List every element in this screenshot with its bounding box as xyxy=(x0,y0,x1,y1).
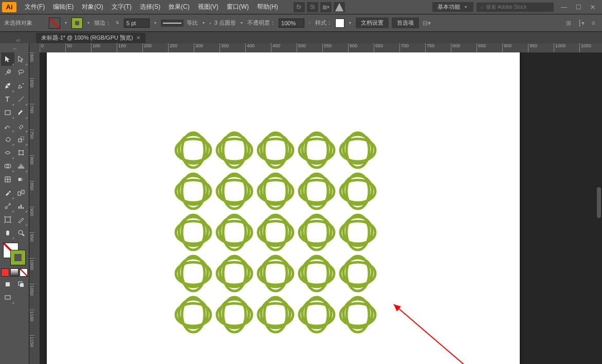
control-bar: 未选择对象 ▾ ▾ 描边： ⇅ ▾ 等比▾ • 3 点圆形▾ 不透明度： › 样… xyxy=(0,14,602,32)
preferences-button[interactable]: 首选项 xyxy=(392,17,419,28)
document-tab[interactable]: 未标题-1* @ 100% (RGB/GPU 预览) ✕ xyxy=(36,32,145,43)
bridge-icon[interactable]: Br xyxy=(294,2,305,12)
direct-selection-tool[interactable] xyxy=(14,52,28,66)
chevron-down-icon[interactable]: ▾ xyxy=(239,21,244,25)
symbol-sprayer-tool[interactable] xyxy=(1,199,14,213)
brush-label[interactable]: 3 点圆形 xyxy=(214,19,236,27)
chevron-right-icon[interactable]: › xyxy=(307,21,312,25)
rectangle-tool[interactable] xyxy=(1,106,14,119)
selection-tool[interactable] xyxy=(1,52,14,66)
chevron-down-icon[interactable]: ▾ xyxy=(63,21,68,25)
close-icon[interactable]: ✕ xyxy=(136,35,140,41)
shape-builder-tool[interactable] xyxy=(1,159,14,173)
stroke-indicator[interactable] xyxy=(10,250,26,265)
style-swatch[interactable] xyxy=(335,19,344,28)
menu-edit[interactable]: 编辑(E) xyxy=(49,3,78,11)
arrange-icon[interactable]: ▦▾ xyxy=(320,2,332,12)
menu-window[interactable]: 窗口(W) xyxy=(223,3,253,11)
type-tool[interactable]: T xyxy=(1,93,14,106)
eyedropper-tool[interactable] xyxy=(1,186,14,199)
menu-file[interactable]: 文件(F) xyxy=(21,3,49,11)
lasso-tool[interactable] xyxy=(14,66,28,79)
document-area: 0501001502002503003504004505005506006507… xyxy=(29,43,602,364)
document-setup-button[interactable]: 文档设置 xyxy=(356,17,389,28)
window-maximize-button[interactable]: ☐ xyxy=(571,2,586,12)
rotate-tool[interactable] xyxy=(1,133,14,146)
window-minimize-button[interactable]: — xyxy=(557,2,571,12)
fill-swatch[interactable] xyxy=(49,17,60,29)
chevron-down-icon[interactable]: ▾ xyxy=(348,21,353,25)
window-close-button[interactable]: ✕ xyxy=(586,2,600,12)
chevron-down-icon[interactable]: ▾ xyxy=(153,21,158,25)
gradient-tool[interactable] xyxy=(14,173,28,186)
width-tool[interactable] xyxy=(1,146,14,159)
stroke-weight-input[interactable] xyxy=(124,19,150,28)
chevron-down-icon[interactable]: ▾ xyxy=(201,21,206,25)
scale-tool[interactable] xyxy=(14,133,28,146)
curvature-tool[interactable] xyxy=(14,79,28,93)
color-mode-solid[interactable] xyxy=(1,268,9,277)
shaper-tool[interactable] xyxy=(1,119,14,133)
svg-rect-8 xyxy=(19,151,23,155)
isolate-icon[interactable]: ┇▾ xyxy=(576,19,586,28)
ruler-origin[interactable] xyxy=(29,43,40,52)
opacity-input[interactable] xyxy=(279,19,304,28)
blend-tool[interactable] xyxy=(14,186,28,199)
stock-icon[interactable]: St xyxy=(307,2,318,12)
canvas[interactable] xyxy=(40,52,602,364)
perspective-grid-tool[interactable] xyxy=(14,159,28,173)
zoom-tool[interactable] xyxy=(14,226,28,240)
stroke-label: 描边： xyxy=(94,19,111,27)
menu-bar: Ai 文件(F) 编辑(E) 对象(O) 文字(T) 选择(S) 效果(C) 视… xyxy=(0,0,602,14)
tab-nav-arrows[interactable]: ≪ xyxy=(0,38,36,43)
screen-mode[interactable] xyxy=(1,291,14,304)
draw-mode-behind[interactable] xyxy=(14,278,28,291)
artboard[interactable] xyxy=(47,52,520,364)
align-icon[interactable]: ⊟▾ xyxy=(422,19,431,28)
color-mode-gradient[interactable] xyxy=(10,268,19,277)
svg-point-1 xyxy=(23,83,24,84)
paintbrush-tool[interactable] xyxy=(14,106,28,119)
chevron-down-icon[interactable]: ▾ xyxy=(86,21,91,25)
menu-help[interactable]: 帮助(H) xyxy=(253,3,282,11)
svg-line-3 xyxy=(19,97,24,102)
chevron-down-icon: ▾ xyxy=(463,5,468,9)
hand-tool[interactable] xyxy=(1,226,14,240)
line-tool[interactable] xyxy=(14,93,28,106)
stroke-profile-preview[interactable] xyxy=(161,20,184,27)
menu-effect[interactable]: 效果(C) xyxy=(165,3,194,11)
pen-tool[interactable] xyxy=(1,79,14,93)
free-transform-tool[interactable] xyxy=(14,146,28,159)
fill-stroke-indicator[interactable] xyxy=(3,243,26,265)
artboard-tool[interactable] xyxy=(1,213,14,226)
horizontal-ruler[interactable]: 0501001502002503003504004505005506006507… xyxy=(40,43,602,52)
slice-tool[interactable] xyxy=(14,213,28,226)
panel-menu-icon[interactable]: ≡ xyxy=(589,19,598,28)
document-tab-title: 未标题-1* @ 100% (RGB/GPU 预览) xyxy=(41,34,133,42)
workspace-dropdown[interactable]: 基本功能▾ xyxy=(432,2,473,12)
menu-view[interactable]: 视图(V) xyxy=(194,3,223,11)
selection-status: 未选择对象 xyxy=(4,19,32,27)
mesh-tool[interactable] xyxy=(1,173,14,186)
toolbox: ≪ T xyxy=(0,43,29,364)
scrollbar-thumb[interactable] xyxy=(597,187,601,218)
stepper-icon[interactable]: ⇅ xyxy=(114,21,121,25)
search-input[interactable]: ⌕搜索 Adobe Stock xyxy=(477,3,554,12)
magic-wand-tool[interactable] xyxy=(1,66,14,79)
app-logo: Ai xyxy=(2,2,16,12)
draw-mode-normal[interactable] xyxy=(1,278,14,291)
menu-object[interactable]: 对象(O) xyxy=(78,3,107,11)
search-icon: ⌕ xyxy=(481,4,484,10)
annotation-arrow xyxy=(389,299,471,364)
column-graph-tool[interactable] xyxy=(14,199,28,213)
menu-type[interactable]: 文字(T) xyxy=(107,3,136,11)
eraser-tool[interactable] xyxy=(14,119,28,133)
menu-select[interactable]: 选择(S) xyxy=(136,3,165,11)
svg-line-25 xyxy=(22,234,24,236)
svg-rect-26 xyxy=(6,282,10,286)
color-mode-none[interactable] xyxy=(20,268,28,277)
stroke-swatch[interactable] xyxy=(71,17,83,29)
transform-icon[interactable]: ⊞ xyxy=(564,19,573,28)
gpu-icon[interactable] xyxy=(334,2,345,12)
vertical-ruler[interactable]: 6006507007508008509009501000105011001150 xyxy=(29,52,40,364)
